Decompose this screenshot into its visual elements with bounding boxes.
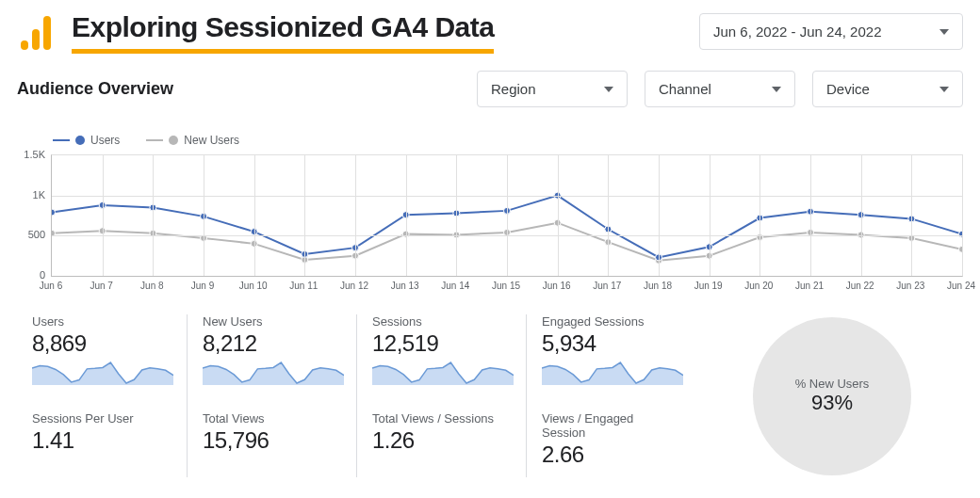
y-tick-label: 1.5K xyxy=(24,149,45,160)
y-tick-label: 500 xyxy=(28,229,45,240)
x-tick-label: Jun 23 xyxy=(896,281,924,291)
metric-total-views[interactable]: Total Views 15,796 xyxy=(203,411,341,463)
metric-column: Sessions 12,519 Total Views / Sessions 1… xyxy=(356,314,526,477)
metric-new-users[interactable]: New Users 8,212 xyxy=(203,314,341,398)
x-tick-label: Jun 14 xyxy=(441,281,469,291)
chevron-down-icon xyxy=(939,87,949,92)
metric-value: 2.66 xyxy=(542,442,680,468)
y-tick-label: 1K xyxy=(33,189,45,201)
legend-label: Users xyxy=(90,134,120,147)
metric-engaged-sessions[interactable]: Engaged Sessions 5,934 xyxy=(542,314,680,398)
metric-column: Users 8,869 Sessions Per User 1.41 xyxy=(17,314,187,477)
metric-value: 8,869 xyxy=(32,330,172,357)
filter-device[interactable]: Device xyxy=(812,71,963,107)
metric-label: New Users xyxy=(203,314,341,329)
gauge-value: 93% xyxy=(811,391,853,415)
filter-channel[interactable]: Channel xyxy=(645,71,795,107)
legend-dot-icon xyxy=(75,136,85,145)
metrics-row: Users 8,869 Sessions Per User 1.41 New U… xyxy=(17,314,963,477)
legend-dot-icon xyxy=(169,136,178,145)
metric-column: New Users 8,212 Total Views 15,796 xyxy=(187,314,356,477)
metric-sessions[interactable]: Sessions 12,519 xyxy=(372,314,511,398)
pct-new-users-gauge[interactable]: % New Users 93% xyxy=(753,317,911,475)
x-tick-label: Jun 15 xyxy=(492,281,520,291)
x-tick-label: Jun 11 xyxy=(289,281,318,291)
metric-views-per-engaged[interactable]: Views / Engaged Session 2.66 xyxy=(542,411,680,477)
section-title: Audience Overview xyxy=(17,79,173,99)
metric-value: 15,796 xyxy=(203,427,341,454)
x-tick-label: Jun 8 xyxy=(140,281,163,291)
sparkline xyxy=(32,361,173,385)
x-tick-label: Jun 10 xyxy=(239,281,268,291)
legend-line-icon xyxy=(146,139,163,141)
header: Exploring Sessionized GA4 Data Jun 6, 20… xyxy=(17,11,963,54)
metric-label: Sessions Per User xyxy=(32,411,172,426)
x-tick-label: Jun 17 xyxy=(593,281,621,291)
gauge-wrap: % New Users 93% xyxy=(695,314,963,477)
metric-sessions-per-user[interactable]: Sessions Per User 1.41 xyxy=(32,411,172,463)
metric-label: Users xyxy=(32,314,172,329)
metric-label: Engaged Sessions xyxy=(542,314,680,329)
x-tick-label: Jun 24 xyxy=(947,281,975,291)
metric-value: 5,934 xyxy=(542,330,680,357)
x-tick-label: Jun 19 xyxy=(694,281,723,291)
filter-label: Channel xyxy=(659,81,711,97)
main-chart: 05001K1.5K Jun 6Jun 7Jun 8Jun 9Jun 10Jun… xyxy=(17,154,963,294)
date-range-text: Jun 6, 2022 - Jun 24, 2022 xyxy=(713,24,881,40)
x-tick-label: Jun 16 xyxy=(543,281,571,291)
google-analytics-icon xyxy=(17,12,58,54)
metric-users[interactable]: Users 8,869 xyxy=(32,314,172,398)
sparkline xyxy=(542,361,683,385)
filter-region[interactable]: Region xyxy=(477,71,628,107)
filter-label: Region xyxy=(491,81,536,97)
chart-plot-area[interactable] xyxy=(51,154,963,277)
legend-label: New Users xyxy=(184,134,239,147)
svg-rect-0 xyxy=(21,40,28,50)
metric-label: Sessions xyxy=(372,314,511,329)
x-tick-label: Jun 21 xyxy=(795,281,824,291)
metric-label: Total Views / Sessions xyxy=(372,411,511,426)
metric-label: Total Views xyxy=(203,411,341,426)
x-tick-label: Jun 6 xyxy=(40,281,62,291)
x-axis: Jun 6Jun 7Jun 8Jun 9Jun 10Jun 11Jun 12Ju… xyxy=(51,277,963,294)
gauge-label: % New Users xyxy=(795,377,870,391)
x-tick-label: Jun 22 xyxy=(846,281,874,291)
title-wrap: Exploring Sessionized GA4 Data xyxy=(17,11,494,54)
svg-point-22 xyxy=(52,209,56,216)
svg-rect-1 xyxy=(32,29,40,50)
legend-new-users[interactable]: New Users xyxy=(146,134,239,147)
metric-value: 12,519 xyxy=(372,330,511,357)
chevron-down-icon xyxy=(939,29,949,35)
metric-views-per-session[interactable]: Total Views / Sessions 1.26 xyxy=(372,411,511,463)
x-tick-label: Jun 12 xyxy=(340,281,368,291)
filter-label: Device xyxy=(826,81,870,97)
sparkline xyxy=(372,361,514,385)
x-tick-label: Jun 20 xyxy=(744,281,773,291)
y-axis: 05001K1.5K xyxy=(17,154,49,273)
svg-point-21 xyxy=(959,246,963,252)
svg-rect-2 xyxy=(43,16,51,50)
x-tick-label: Jun 7 xyxy=(90,281,112,291)
chevron-down-icon xyxy=(604,87,613,92)
metric-value: 8,212 xyxy=(203,330,341,357)
chevron-down-icon xyxy=(772,87,781,92)
filters: Region Channel Device xyxy=(477,71,963,107)
sparkline xyxy=(203,361,344,385)
metric-value: 1.26 xyxy=(372,427,511,454)
toolbar: Audience Overview Region Channel Device xyxy=(17,71,963,107)
x-tick-label: Jun 13 xyxy=(391,281,419,291)
chart-legend: Users New Users xyxy=(53,134,963,147)
date-range-selector[interactable]: Jun 6, 2022 - Jun 24, 2022 xyxy=(699,13,963,50)
metric-label: Views / Engaged Session xyxy=(542,411,680,440)
metric-value: 1.41 xyxy=(32,427,172,454)
metric-column: Engaged Sessions 5,934 Views / Engaged S… xyxy=(526,314,695,477)
title-underline xyxy=(72,49,494,54)
page-title: Exploring Sessionized GA4 Data xyxy=(72,11,494,43)
legend-users[interactable]: Users xyxy=(53,134,120,147)
x-tick-label: Jun 18 xyxy=(644,281,672,291)
y-tick-label: 0 xyxy=(40,269,45,281)
x-tick-label: Jun 9 xyxy=(191,281,214,291)
title-block: Exploring Sessionized GA4 Data xyxy=(72,11,494,54)
legend-line-icon xyxy=(53,139,70,141)
